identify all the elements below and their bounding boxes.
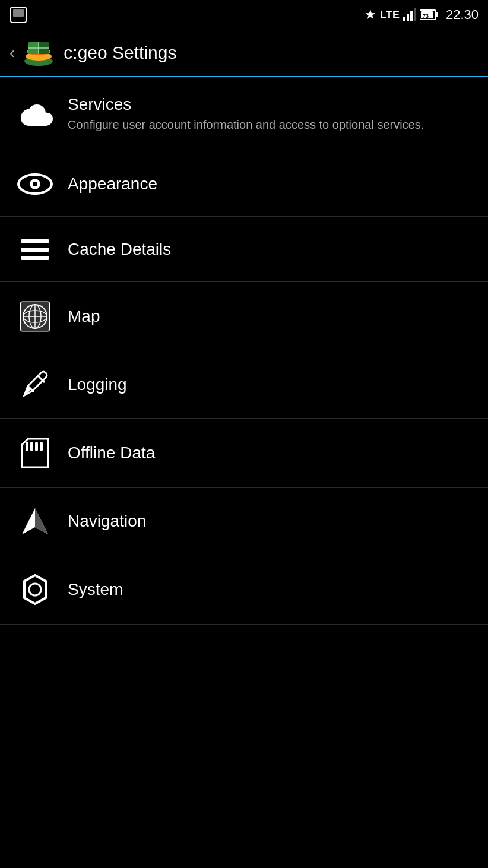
- logging-text: Logging: [68, 375, 127, 394]
- svg-rect-5: [414, 8, 416, 21]
- menu-item-map[interactable]: Map: [0, 282, 488, 351]
- lte-icon: LTE: [380, 9, 400, 21]
- navigation-title: Navigation: [68, 512, 146, 531]
- svg-rect-7: [436, 12, 438, 17]
- services-title: Services: [68, 95, 424, 114]
- svg-rect-3: [407, 14, 409, 21]
- svg-marker-38: [24, 575, 46, 604]
- status-bar-left: [9, 6, 360, 24]
- status-icons: ★ LTE 73 22.30: [365, 7, 479, 23]
- system-title: System: [68, 580, 123, 599]
- svg-rect-1: [13, 9, 24, 17]
- services-text: Services Configure user account informat…: [68, 95, 424, 133]
- menu-item-logging[interactable]: Logging: [0, 351, 488, 419]
- pencil-icon: [14, 369, 56, 400]
- cloud-icon: [14, 101, 56, 127]
- map-icon: [14, 300, 56, 333]
- sd-card-icon: [14, 436, 56, 470]
- list-icon: [14, 236, 56, 263]
- thumbnail-icon: [9, 6, 27, 24]
- offline-data-title: Offline Data: [68, 443, 155, 462]
- svg-rect-2: [403, 17, 405, 21]
- menu-item-navigation[interactable]: Navigation: [0, 488, 488, 555]
- appearance-title: Appearance: [68, 175, 157, 194]
- navigation-text: Navigation: [68, 512, 146, 531]
- svg-rect-22: [21, 256, 49, 260]
- app-logo: [22, 36, 55, 69]
- svg-marker-37: [35, 508, 48, 534]
- cache-details-title: Cache Details: [68, 240, 171, 259]
- svg-rect-4: [410, 11, 413, 21]
- logging-title: Logging: [68, 375, 127, 394]
- map-title: Map: [68, 307, 100, 326]
- system-text: System: [68, 580, 123, 599]
- cache-details-text: Cache Details: [68, 240, 171, 259]
- eye-icon: [14, 172, 56, 196]
- menu-item-cache-details[interactable]: Cache Details: [0, 217, 488, 282]
- svg-rect-34: [35, 442, 38, 451]
- signal-icon: [403, 8, 416, 21]
- menu-list: Services Configure user account informat…: [0, 77, 488, 625]
- menu-item-offline-data[interactable]: Offline Data: [0, 419, 488, 488]
- svg-rect-33: [30, 442, 33, 451]
- svg-rect-21: [21, 248, 49, 252]
- svg-rect-20: [21, 239, 49, 243]
- star-icon: ★: [365, 7, 376, 23]
- gear-icon: [14, 573, 56, 606]
- svg-point-39: [29, 584, 41, 595]
- app-bar-title: c:geo Settings: [64, 43, 176, 63]
- svg-text:73: 73: [423, 13, 429, 19]
- status-time: 22.30: [446, 7, 479, 23]
- menu-item-system[interactable]: System: [0, 555, 488, 625]
- map-text: Map: [68, 307, 100, 326]
- menu-item-services[interactable]: Services Configure user account informat…: [0, 77, 488, 151]
- status-bar: ★ LTE 73 22.30: [0, 0, 488, 30]
- navigation-arrow-icon: [14, 506, 56, 537]
- svg-rect-35: [40, 442, 43, 451]
- back-button[interactable]: ‹: [9, 43, 15, 62]
- appearance-text: Appearance: [68, 175, 157, 194]
- app-bar: ‹ c:geo Settings: [0, 30, 488, 77]
- offline-data-text: Offline Data: [68, 443, 155, 462]
- menu-item-appearance[interactable]: Appearance: [0, 151, 488, 217]
- svg-point-19: [33, 182, 37, 186]
- svg-rect-32: [26, 442, 28, 451]
- battery-icon: 73: [420, 8, 439, 21]
- services-subtitle: Configure user account information and a…: [68, 116, 424, 133]
